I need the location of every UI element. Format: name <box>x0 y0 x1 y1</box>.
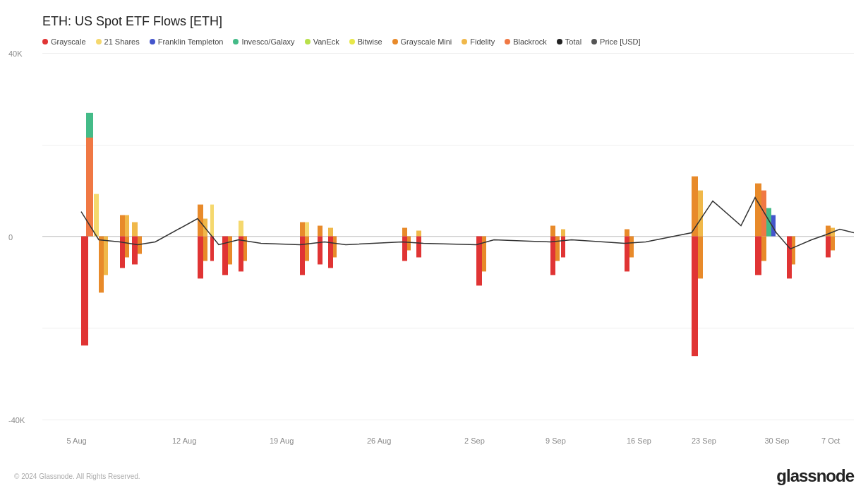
legend-item: VanEck <box>305 37 339 46</box>
legend-label: Total <box>565 37 581 46</box>
x-label-7oct: 7 Oct <box>821 436 840 445</box>
chart-title: ETH: US Spot ETF Flows [ETH] <box>42 14 854 29</box>
bar <box>120 237 125 268</box>
grid-line-neg40k: -40K <box>42 420 854 420</box>
legend-item: Blackrock <box>505 37 547 46</box>
bar <box>120 215 125 237</box>
y-label-neg40k: -40K <box>8 416 25 424</box>
bar <box>125 215 129 237</box>
legend-dot <box>305 39 311 44</box>
bar <box>761 191 766 237</box>
legend-label: Blackrock <box>513 37 547 46</box>
bar <box>210 237 214 261</box>
legend-dot <box>42 39 48 44</box>
legend-item: Grayscale Mini <box>392 37 452 46</box>
x-label-19aug: 19 Aug <box>270 436 294 445</box>
bar <box>826 237 831 258</box>
legend-dot <box>505 39 510 44</box>
x-label-16sep: 16 Sep <box>627 436 651 445</box>
bar <box>831 237 835 251</box>
bar <box>766 208 771 237</box>
legend: Grayscale21 SharesFranklin TempletonInve… <box>42 37 854 46</box>
bar <box>222 237 228 275</box>
copyright: © 2024 Glassnode. All Rights Reserved. <box>14 473 140 480</box>
bar <box>787 237 792 279</box>
legend-label: Grayscale Mini <box>401 37 452 46</box>
bar <box>239 221 243 237</box>
bar <box>629 237 634 258</box>
footer: © 2024 Glassnode. All Rights Reserved. g… <box>14 466 854 486</box>
bar <box>555 237 560 261</box>
legend-dot <box>96 39 102 44</box>
bar <box>228 237 232 265</box>
legend-item: Grayscale <box>42 37 86 46</box>
chart-container: ETH: US Spot ETF Flows [ETH] Grayscale21… <box>0 0 868 493</box>
bar <box>402 228 407 237</box>
x-label-2sep: 2 Sep <box>464 436 485 445</box>
bar <box>198 237 203 279</box>
bar <box>692 237 698 357</box>
bar <box>328 237 333 268</box>
bar <box>318 237 323 265</box>
bar <box>333 237 337 258</box>
bar <box>132 222 138 237</box>
glassnode-logo: glassnode <box>776 466 854 486</box>
bar <box>305 222 309 237</box>
bar <box>318 226 323 237</box>
bar <box>125 237 129 258</box>
legend-dot <box>233 39 239 44</box>
legend-label: Fidelity <box>470 37 495 46</box>
legend-label: Grayscale <box>51 37 86 46</box>
bar <box>550 226 555 237</box>
bar <box>305 237 309 261</box>
bar <box>94 194 99 237</box>
legend-dot <box>150 39 155 44</box>
legend-dot <box>349 39 355 44</box>
bar <box>698 237 703 279</box>
x-label-5aug: 5 Aug <box>67 436 87 445</box>
legend-dot <box>591 39 597 44</box>
bar <box>625 237 629 272</box>
bar <box>416 237 421 258</box>
bar <box>203 237 207 261</box>
chart-area: 40K 0 -40K <box>42 53 854 420</box>
bar <box>81 237 88 346</box>
bar <box>416 231 421 237</box>
x-label-26aug: 26 Aug <box>367 436 391 445</box>
bar <box>407 237 411 251</box>
bar <box>482 237 486 272</box>
legend-item: Invesco/Galaxy <box>233 37 294 46</box>
x-label-9sep: 9 Sep <box>545 436 566 445</box>
legend-label: VanEck <box>313 37 339 46</box>
bar <box>239 237 243 272</box>
bar <box>698 191 703 237</box>
legend-label: Bitwise <box>358 37 382 46</box>
bar <box>625 230 629 237</box>
bar <box>243 237 247 261</box>
bar <box>328 228 333 237</box>
legend-item: Franklin Templeton <box>150 37 224 46</box>
bar <box>99 237 104 293</box>
bar <box>561 237 565 258</box>
legend-label: Invesco/Galaxy <box>241 37 294 46</box>
bar <box>755 184 761 237</box>
bar <box>755 237 761 275</box>
y-label-0: 0 <box>8 233 13 242</box>
x-label-12aug: 12 Aug <box>172 436 196 445</box>
bar <box>792 237 795 265</box>
legend-label: 21 Shares <box>104 37 140 46</box>
bar <box>210 205 214 237</box>
chart-svg <box>42 53 854 420</box>
bar <box>402 237 407 261</box>
bar <box>561 230 565 237</box>
legend-label: Franklin Templeton <box>158 37 224 46</box>
legend-dot <box>462 39 467 44</box>
bar <box>104 237 108 275</box>
bar <box>132 237 138 265</box>
bar <box>761 237 766 261</box>
y-label-40k: 40K <box>8 49 23 58</box>
legend-dot <box>557 39 562 44</box>
legend-item: 21 Shares <box>96 37 140 46</box>
legend-item: Fidelity <box>462 37 495 46</box>
legend-label: Price [USD] <box>600 37 640 46</box>
